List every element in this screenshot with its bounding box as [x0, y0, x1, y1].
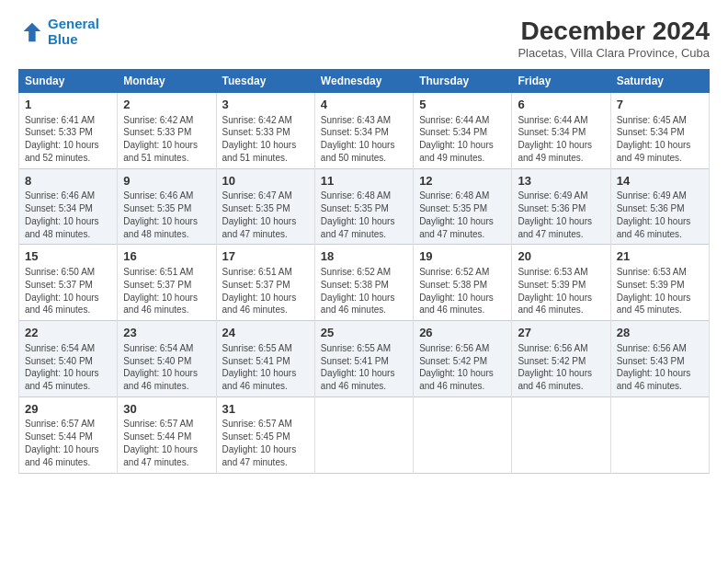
- calendar-cell: 18Sunrise: 6:52 AMSunset: 5:38 PMDayligh…: [314, 245, 413, 321]
- day-number: 23: [123, 325, 210, 341]
- day-number: 10: [222, 173, 309, 190]
- day-number: 28: [617, 325, 703, 341]
- day-number: 29: [25, 401, 111, 418]
- calendar-week-4: 22Sunrise: 6:54 AMSunset: 5:40 PMDayligh…: [19, 321, 710, 397]
- calendar-cell: 8Sunrise: 6:46 AMSunset: 5:34 PMDaylight…: [19, 168, 118, 245]
- day-info: Sunrise: 6:44 AMSunset: 5:34 PMDaylight:…: [518, 114, 604, 165]
- calendar-cell: 20Sunrise: 6:53 AMSunset: 5:39 PMDayligh…: [512, 245, 610, 321]
- day-number: 19: [419, 248, 506, 265]
- day-info: Sunrise: 6:54 AMSunset: 5:40 PMDaylight:…: [25, 342, 111, 393]
- day-number: 26: [419, 325, 506, 341]
- day-info: Sunrise: 6:55 AMSunset: 5:41 PMDaylight:…: [321, 342, 407, 393]
- day-number: 2: [123, 97, 210, 113]
- calendar-cell: [414, 396, 512, 473]
- day-info: Sunrise: 6:46 AMSunset: 5:35 PMDaylight:…: [123, 190, 210, 240]
- calendar-cell: 22Sunrise: 6:54 AMSunset: 5:40 PMDayligh…: [19, 321, 118, 397]
- logo: General Blue: [18, 17, 99, 47]
- calendar-week-5: 29Sunrise: 6:57 AMSunset: 5:44 PMDayligh…: [19, 396, 710, 473]
- calendar-body: 1Sunrise: 6:41 AMSunset: 5:33 PMDaylight…: [19, 93, 710, 474]
- day-info: Sunrise: 6:50 AMSunset: 5:37 PMDaylight:…: [25, 266, 111, 316]
- day-number: 21: [617, 248, 703, 265]
- calendar-cell: 24Sunrise: 6:55 AMSunset: 5:41 PMDayligh…: [216, 321, 314, 397]
- col-saturday: Saturday: [610, 70, 709, 93]
- subtitle: Placetas, Villa Clara Province, Cuba: [518, 46, 710, 60]
- day-info: Sunrise: 6:55 AMSunset: 5:41 PMDaylight:…: [222, 342, 309, 393]
- calendar-cell: 26Sunrise: 6:56 AMSunset: 5:42 PMDayligh…: [414, 321, 512, 397]
- calendar-cell: 1Sunrise: 6:41 AMSunset: 5:33 PMDaylight…: [19, 93, 118, 169]
- title-block: December 2024 Placetas, Villa Clara Prov…: [518, 17, 710, 60]
- col-thursday: Thursday: [414, 70, 512, 93]
- logo-blue-word: Blue: [48, 31, 78, 47]
- col-monday: Monday: [118, 70, 216, 93]
- calendar-cell: 31Sunrise: 6:57 AMSunset: 5:45 PMDayligh…: [216, 396, 314, 473]
- calendar-cell: 30Sunrise: 6:57 AMSunset: 5:44 PMDayligh…: [118, 396, 216, 473]
- col-tuesday: Tuesday: [216, 70, 314, 93]
- day-info: Sunrise: 6:42 AMSunset: 5:33 PMDaylight:…: [123, 114, 210, 165]
- day-info: Sunrise: 6:49 AMSunset: 5:36 PMDaylight:…: [518, 190, 604, 240]
- header: General Blue December 2024 Placetas, Vil…: [18, 17, 710, 60]
- day-number: 1: [25, 97, 111, 113]
- day-number: 22: [25, 325, 111, 341]
- calendar-cell: 19Sunrise: 6:52 AMSunset: 5:38 PMDayligh…: [414, 245, 512, 321]
- day-info: Sunrise: 6:53 AMSunset: 5:39 PMDaylight:…: [617, 266, 703, 316]
- day-info: Sunrise: 6:44 AMSunset: 5:34 PMDaylight:…: [419, 114, 506, 165]
- day-info: Sunrise: 6:45 AMSunset: 5:34 PMDaylight:…: [617, 114, 703, 165]
- calendar-cell: 9Sunrise: 6:46 AMSunset: 5:35 PMDaylight…: [118, 168, 216, 245]
- logo-icon: [18, 19, 44, 45]
- day-info: Sunrise: 6:49 AMSunset: 5:36 PMDaylight:…: [617, 190, 703, 240]
- day-info: Sunrise: 6:46 AMSunset: 5:34 PMDaylight:…: [25, 190, 111, 240]
- calendar-cell: 6Sunrise: 6:44 AMSunset: 5:34 PMDaylight…: [512, 93, 610, 169]
- day-info: Sunrise: 6:48 AMSunset: 5:35 PMDaylight:…: [419, 190, 506, 240]
- calendar-week-3: 15Sunrise: 6:50 AMSunset: 5:37 PMDayligh…: [19, 245, 710, 321]
- day-number: 8: [25, 173, 111, 190]
- day-info: Sunrise: 6:48 AMSunset: 5:35 PMDaylight:…: [321, 190, 407, 240]
- day-info: Sunrise: 6:52 AMSunset: 5:38 PMDaylight:…: [419, 266, 506, 316]
- day-number: 20: [518, 248, 604, 265]
- day-number: 25: [321, 325, 407, 341]
- page: General Blue December 2024 Placetas, Vil…: [0, 0, 728, 563]
- calendar-cell: 23Sunrise: 6:54 AMSunset: 5:40 PMDayligh…: [118, 321, 216, 397]
- day-number: 31: [222, 401, 309, 418]
- main-title: December 2024: [518, 17, 710, 46]
- calendar-cell: 5Sunrise: 6:44 AMSunset: 5:34 PMDaylight…: [414, 93, 512, 169]
- header-row: Sunday Monday Tuesday Wednesday Thursday…: [19, 70, 710, 93]
- day-info: Sunrise: 6:51 AMSunset: 5:37 PMDaylight:…: [222, 266, 309, 316]
- calendar-cell: 13Sunrise: 6:49 AMSunset: 5:36 PMDayligh…: [512, 168, 610, 245]
- day-number: 3: [222, 97, 309, 113]
- day-info: Sunrise: 6:56 AMSunset: 5:42 PMDaylight:…: [518, 342, 604, 393]
- calendar-header: Sunday Monday Tuesday Wednesday Thursday…: [19, 70, 710, 93]
- day-number: 7: [617, 97, 703, 113]
- day-number: 12: [419, 173, 506, 190]
- calendar-cell: 29Sunrise: 6:57 AMSunset: 5:44 PMDayligh…: [19, 396, 118, 473]
- logo-text: General Blue: [48, 17, 99, 47]
- day-info: Sunrise: 6:47 AMSunset: 5:35 PMDaylight:…: [222, 190, 309, 240]
- calendar-week-2: 8Sunrise: 6:46 AMSunset: 5:34 PMDaylight…: [19, 168, 710, 245]
- day-number: 30: [123, 401, 210, 418]
- calendar-week-1: 1Sunrise: 6:41 AMSunset: 5:33 PMDaylight…: [19, 93, 710, 169]
- logo-general: General: [48, 16, 99, 31]
- col-wednesday: Wednesday: [314, 70, 413, 93]
- calendar-cell: [512, 396, 610, 473]
- col-friday: Friday: [512, 70, 610, 93]
- calendar-cell: 17Sunrise: 6:51 AMSunset: 5:37 PMDayligh…: [216, 245, 314, 321]
- day-info: Sunrise: 6:57 AMSunset: 5:44 PMDaylight:…: [123, 418, 210, 468]
- calendar-cell: [314, 396, 413, 473]
- day-info: Sunrise: 6:56 AMSunset: 5:42 PMDaylight:…: [419, 342, 506, 393]
- calendar-cell: 10Sunrise: 6:47 AMSunset: 5:35 PMDayligh…: [216, 168, 314, 245]
- day-number: 24: [222, 325, 309, 341]
- calendar-cell: 3Sunrise: 6:42 AMSunset: 5:33 PMDaylight…: [216, 93, 314, 169]
- calendar-cell: 16Sunrise: 6:51 AMSunset: 5:37 PMDayligh…: [118, 245, 216, 321]
- svg-marker-0: [24, 22, 41, 41]
- calendar-cell: 27Sunrise: 6:56 AMSunset: 5:42 PMDayligh…: [512, 321, 610, 397]
- calendar-cell: 12Sunrise: 6:48 AMSunset: 5:35 PMDayligh…: [414, 168, 512, 245]
- calendar-cell: 14Sunrise: 6:49 AMSunset: 5:36 PMDayligh…: [610, 168, 709, 245]
- day-number: 17: [222, 248, 309, 265]
- day-number: 14: [617, 173, 703, 190]
- day-info: Sunrise: 6:57 AMSunset: 5:45 PMDaylight:…: [222, 418, 309, 468]
- day-info: Sunrise: 6:56 AMSunset: 5:43 PMDaylight:…: [617, 342, 703, 393]
- calendar-cell: 7Sunrise: 6:45 AMSunset: 5:34 PMDaylight…: [610, 93, 709, 169]
- day-info: Sunrise: 6:53 AMSunset: 5:39 PMDaylight:…: [518, 266, 604, 316]
- day-number: 6: [518, 97, 604, 113]
- day-info: Sunrise: 6:52 AMSunset: 5:38 PMDaylight:…: [321, 266, 407, 316]
- calendar-cell: [610, 396, 709, 473]
